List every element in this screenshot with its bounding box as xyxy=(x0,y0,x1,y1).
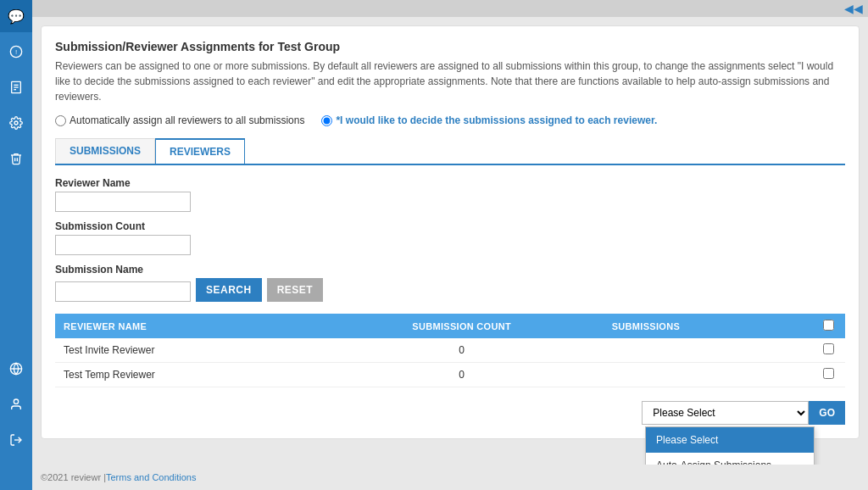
reviewers-table: REVIEWER NAME SUBMISSION COUNT SUBMISSIO… xyxy=(55,314,845,387)
svg-point-6 xyxy=(14,121,18,125)
table-row: Test Temp Reviewer 0 xyxy=(55,363,845,387)
trash-icon[interactable] xyxy=(0,142,32,175)
terms-link[interactable]: Terms and Conditions xyxy=(106,472,196,482)
action-dropdown: Please SelectAuto-Assign SubmissionsClea… xyxy=(645,426,815,465)
action-select[interactable]: Please SelectAuto-Assign SubmissionsClea… xyxy=(642,401,809,425)
row-checkbox[interactable] xyxy=(823,368,834,379)
reviewer-name-field: Reviewer Name xyxy=(55,177,845,212)
globe-icon[interactable] xyxy=(0,353,32,385)
bottom-controls: Please SelectAuto-Assign SubmissionsClea… xyxy=(55,401,845,425)
cell-submission-count: 0 xyxy=(320,363,604,387)
exit-icon[interactable] xyxy=(0,424,32,456)
reviewer-name-label: Reviewer Name xyxy=(55,177,845,189)
reviewer-name-input[interactable] xyxy=(55,192,191,212)
tab-submissions[interactable]: SUBMISSIONS xyxy=(55,138,155,164)
footer: ©2021 reviewr | Terms and Conditions xyxy=(32,465,868,490)
col-submissions: SUBMISSIONS xyxy=(604,314,811,338)
col-reviewer-name: REVIEWER NAME xyxy=(55,314,320,338)
row-checkbox[interactable] xyxy=(823,343,834,354)
submission-name-label: Submission Name xyxy=(55,264,845,276)
sidebar-logo[interactable]: 💬 xyxy=(0,0,32,32)
card-title: Submission/Reviewer Assignments for Test… xyxy=(55,40,845,53)
submission-count-label: Submission Count xyxy=(55,220,845,232)
cell-reviewer-name: Test Invite Reviewer xyxy=(55,338,320,363)
submission-count-input[interactable] xyxy=(55,235,191,255)
main-area: ◀◀ Submission/Reviewer Assignments for T… xyxy=(32,0,868,490)
reset-button[interactable]: RESET xyxy=(267,278,324,302)
sidebar: 💬 ! xyxy=(0,0,32,490)
submission-name-field: Submission Name SEARCH RESET xyxy=(55,264,845,302)
col-checkbox-header[interactable] xyxy=(811,314,845,338)
select-all-checkbox[interactable] xyxy=(823,320,834,331)
main-card: Submission/Reviewer Assignments for Test… xyxy=(41,25,860,439)
user-icon[interactable] xyxy=(0,388,32,420)
document-icon[interactable] xyxy=(0,71,32,103)
submission-count-field: Submission Count xyxy=(55,220,845,255)
radio-option2[interactable]: *I would like to decide the submissions … xyxy=(321,114,657,126)
radio-option1[interactable]: Automatically assign all reviewers to al… xyxy=(55,114,304,126)
cell-checkbox[interactable] xyxy=(811,363,845,387)
tab-reviewers[interactable]: REVIEWERS xyxy=(155,138,245,164)
go-button[interactable]: GO xyxy=(809,401,845,425)
dropdown-item[interactable]: Please Select xyxy=(646,427,814,453)
top-bar: ◀◀ xyxy=(32,0,868,17)
action-select-wrap: Please SelectAuto-Assign SubmissionsClea… xyxy=(642,401,845,425)
alert-icon[interactable]: ! xyxy=(0,36,32,68)
radio-option2-input[interactable] xyxy=(321,115,332,126)
sidebar-bottom xyxy=(0,349,32,456)
table-row: Test Invite Reviewer 0 xyxy=(55,338,845,363)
card-description: Reviewers can be assigned to one or more… xyxy=(55,58,845,104)
radio-group: Automatically assign all reviewers to al… xyxy=(55,114,845,126)
search-button[interactable]: SEARCH xyxy=(196,278,262,302)
cell-submissions xyxy=(604,363,811,387)
submission-name-input[interactable] xyxy=(55,281,191,302)
dropdown-item[interactable]: Auto-Assign Submissions xyxy=(646,453,814,465)
cell-checkbox[interactable] xyxy=(811,338,845,363)
search-row: SEARCH RESET xyxy=(55,278,845,302)
gear-icon[interactable] xyxy=(0,107,32,139)
radio-option1-label: Automatically assign all reviewers to al… xyxy=(70,114,304,126)
svg-point-9 xyxy=(14,399,18,404)
svg-text:!: ! xyxy=(15,48,17,56)
tab-bar: SUBMISSIONS REVIEWERS xyxy=(55,138,845,165)
col-submission-count: SUBMISSION COUNT xyxy=(320,314,604,338)
cell-reviewer-name: Test Temp Reviewer xyxy=(55,363,320,387)
cell-submission-count: 0 xyxy=(320,338,604,363)
radio-option2-label: *I would like to decide the submissions … xyxy=(336,114,657,126)
collapse-arrow[interactable]: ◀◀ xyxy=(844,2,863,15)
footer-copyright: ©2021 reviewr | xyxy=(41,472,106,482)
cell-submissions xyxy=(604,338,811,363)
content-area: Submission/Reviewer Assignments for Test… xyxy=(32,17,868,465)
radio-option1-input[interactable] xyxy=(55,115,66,126)
